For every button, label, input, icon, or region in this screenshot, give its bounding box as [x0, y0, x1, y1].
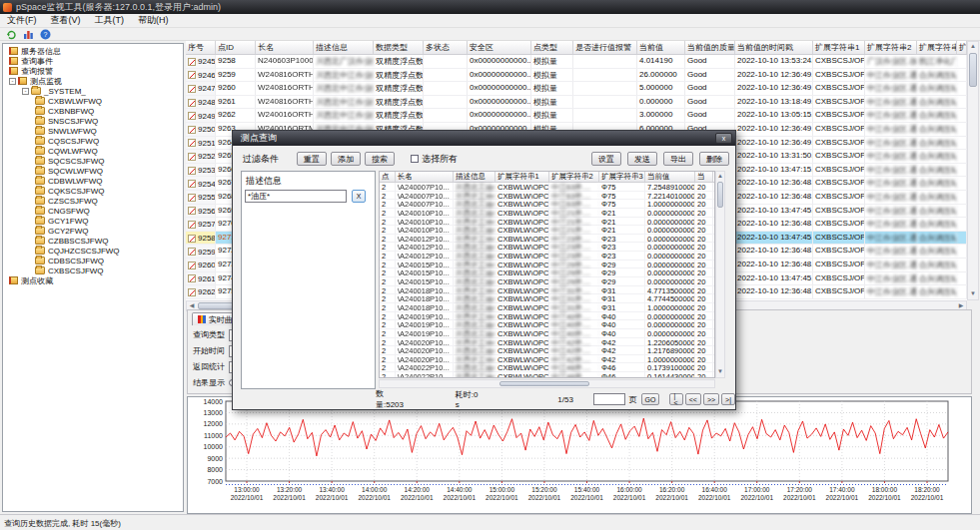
- tree-item-CQKSCSJFWQ[interactable]: CQKSCSJFWQ: [3, 186, 183, 196]
- dialog-row[interactable]: 2\A240020P10...川西北工油作...CXBWLW\OPC中江42井.…: [380, 355, 714, 364]
- dialog-row[interactable]: 2\A240020P10...川西北工油作...CXBWLW\OPC中江42井.…: [380, 338, 714, 347]
- clear-filter-button[interactable]: X: [352, 190, 366, 203]
- go-button[interactable]: GO: [641, 393, 660, 405]
- dialog-row[interactable]: 2\A240007P10...川西北工油作...CXBWLW\OPC中江63井.…: [380, 183, 714, 192]
- dialog-row[interactable]: 2\A240015P10...川西北工油作...CXBWLW\OPC中江29井.…: [380, 277, 714, 286]
- col-header-安全区[interactable]: 安全区: [468, 41, 531, 54]
- tree-item-GCY1FWQ[interactable]: GCY1FWQ: [3, 216, 183, 226]
- tree-item-测点收藏[interactable]: 测点收藏: [3, 275, 183, 285]
- dialog-col-当[interactable]: 当: [695, 172, 713, 182]
- dialog-col-扩展字符串2[interactable]: 扩展字符串2: [549, 172, 599, 182]
- 发送-button[interactable]: 发送: [627, 152, 657, 166]
- dialog-row[interactable]: 2\A240007P10...川西北工油作...CXBWLW\OPC中江63井.…: [380, 192, 714, 201]
- dialog-row[interactable]: 2\A240022P10...川西北工油作...CXBWLW\OPC中江46井.…: [380, 363, 714, 372]
- last-page-button[interactable]: >|: [721, 393, 735, 405]
- dialog-row[interactable]: 2\A240019P10...川西北工油作...CXBWLW\OPC中江40井.…: [380, 320, 714, 329]
- tree-item-查询报警[interactable]: 查询报警: [3, 66, 183, 76]
- dialog-scroll-up[interactable]: ▲: [715, 172, 725, 182]
- dialog-row[interactable]: 2\A240018P10...川西北工油作...CXBWLW\OPC中江31井.…: [380, 286, 714, 295]
- scroll-up-arrow[interactable]: ▲: [968, 42, 978, 52]
- select-all-checkbox[interactable]: [411, 155, 419, 163]
- dialog-col-扩展字符串1[interactable]: 扩展字符串1: [495, 172, 549, 182]
- close-icon[interactable]: x: [715, 133, 732, 144]
- tree-item-查询事件[interactable]: 查询事件: [3, 56, 183, 66]
- menu-查看(V)[interactable]: 查看(V): [44, 13, 88, 28]
- dialog-row[interactable]: 2\A240015P10...川西北工油作...CXBWLW\OPC中江29井.…: [380, 268, 714, 277]
- scroll-down-arrow[interactable]: ▼: [968, 289, 978, 299]
- tree-item-GCY2FWQ[interactable]: GCY2FWQ: [3, 226, 183, 236]
- table-row[interactable]: 92489261W240816ORTHO...川西北中江作业区调压站...双精度…: [186, 96, 967, 110]
- 搜索-button[interactable]: 搜索: [365, 152, 395, 166]
- dialog-col-当前值[interactable]: 当前值: [645, 172, 695, 182]
- table-row[interactable]: 92459258N240603P10000...川西北广汉作业区凯江净...双精…: [186, 55, 967, 69]
- dialog-scroll-down[interactable]: ▼: [715, 367, 725, 377]
- tree-item-服务器信息[interactable]: 服务器信息: [3, 46, 183, 56]
- table-row[interactable]: 92469259W240816ORTHO...川西北中江作业区调压站...双精度…: [186, 69, 967, 83]
- col-header-扩展字符串2[interactable]: 扩展字符串2: [865, 41, 917, 54]
- dialog-hthumb[interactable]: [499, 381, 589, 386]
- prev-page-button[interactable]: <<: [685, 393, 701, 405]
- filter-input[interactable]: *油压*: [245, 190, 347, 203]
- help-icon[interactable]: ?: [40, 29, 51, 40]
- table-vscrollbar[interactable]: ▲ ▼: [967, 41, 979, 300]
- expand-toggle-icon[interactable]: -: [22, 88, 29, 95]
- dialog-row[interactable]: 2\A240010P10...川西北工油作...CXBWLW\OPC中江21井.…: [380, 218, 714, 227]
- tree-item-SNWLWFWQ[interactable]: SNWLWFWQ: [3, 126, 183, 136]
- col-header-序号[interactable]: 序号: [186, 41, 216, 54]
- 删除-button[interactable]: 删除: [699, 152, 729, 166]
- dialog-row[interactable]: 2\A240019P10...川西北工油作...CXBWLW\OPC中江40井.…: [380, 329, 714, 338]
- tree-item-测点监视[interactable]: -测点监视: [3, 76, 183, 86]
- col-header-是否进行值报警[interactable]: 是否进行值报警: [573, 41, 637, 54]
- col-header-数据类型[interactable]: 数据类型: [374, 41, 424, 54]
- dialog-row[interactable]: 2\A240012P10...川西北工油作...CXBWLW\OPC中江23井.…: [380, 252, 714, 261]
- menu-工具(T)[interactable]: 工具(T): [88, 13, 132, 28]
- chart-tool-icon[interactable]: [23, 29, 34, 40]
- 添加-button[interactable]: 添加: [331, 152, 361, 166]
- tree-item-CQJHZCSCSJFWQ[interactable]: CQJHZCSCSJFWQ: [3, 246, 183, 256]
- first-page-button[interactable]: |<: [669, 393, 682, 405]
- dialog-row[interactable]: 2\A240020P10...川西北工油作...CXBWLW\OPC中江42井.…: [380, 346, 714, 355]
- dialog-row[interactable]: 2\A240007P10...川西北工油作...CXBWLW\OPC中江63井.…: [380, 200, 714, 209]
- dialog-col-长名[interactable]: 长名: [396, 172, 454, 182]
- expand-toggle-icon[interactable]: -: [9, 78, 16, 85]
- dialog-row[interactable]: 2\A240022P10...川西北工油作...CXBWLW\OPC中江46井.…: [380, 372, 714, 378]
- col-header-扩展字符串1[interactable]: 扩展字符串1: [813, 41, 865, 54]
- dialog-row[interactable]: 2\A240015P10...川西北工油作...CXBWLW\OPC中江29井.…: [380, 261, 714, 269]
- col-header-点ID[interactable]: 点ID: [216, 41, 256, 54]
- vscroll-thumb[interactable]: [969, 53, 977, 87]
- col-header-当前值的时间戳[interactable]: 当前值的时间戳: [735, 41, 813, 54]
- dialog-row[interactable]: 2\A240010P10...川西北工油作...CXBWLW\OPC中江21井.…: [380, 226, 714, 235]
- dialog-row[interactable]: 2\A240019P10...川西北工油作...CXBWLW\OPC中江40井.…: [380, 312, 714, 321]
- tree-item-CZSCSJFWQ[interactable]: CZSCSJFWQ: [3, 196, 183, 206]
- tree-item-CQWLWFWQ[interactable]: CQWLWFWQ: [3, 146, 183, 156]
- tree-item-_SYSTEM_[interactable]: -_SYSTEM_: [3, 86, 183, 96]
- col-header-当前值[interactable]: 当前值: [637, 41, 685, 54]
- dialog-col-点[interactable]: 点: [380, 172, 396, 182]
- page-input[interactable]: [593, 393, 625, 405]
- dialog-row[interactable]: 2\A240018P10...川西北工油作...CXBWLW\OPC中江31井.…: [380, 294, 714, 303]
- dialog-vscrollbar[interactable]: ▲ ▼: [715, 171, 725, 378]
- 重置-button[interactable]: 重置: [297, 152, 327, 166]
- next-page-button[interactable]: >>: [703, 393, 719, 405]
- tree-item-SNSCSJFWQ[interactable]: SNSCSJFWQ: [3, 116, 183, 126]
- tree-item-CXBSCSJFWQ[interactable]: CXBSCSJFWQ: [3, 265, 183, 275]
- tree-item-SQCSCSJFWQ[interactable]: SQCSCSJFWQ: [3, 156, 183, 166]
- dialog-col-扩展字符串3[interactable]: 扩展字符串3: [599, 172, 645, 182]
- tree-item-SQCWLWFWQ[interactable]: SQCWLWFWQ: [3, 166, 183, 176]
- dialog-row[interactable]: 2\A240010P10...川西北工油作...CXBWLW\OPC中江21井.…: [380, 209, 714, 218]
- tree-item-CDBWLWFWQ[interactable]: CDBWLWFWQ: [3, 176, 183, 186]
- 设置-button[interactable]: 设置: [591, 152, 621, 166]
- col-header-多状态[interactable]: 多状态: [424, 41, 468, 54]
- col-header-长名[interactable]: 长名: [256, 41, 314, 54]
- 导出-button[interactable]: 导出: [663, 152, 693, 166]
- menu-帮助(H)[interactable]: 帮助(H): [131, 13, 176, 28]
- tree-item-CXBWLWFWQ[interactable]: CXBWLWFWQ: [3, 96, 183, 106]
- refresh-icon[interactable]: [6, 29, 17, 40]
- tree-item-CQSCSJFWQ[interactable]: CQSCSJFWQ: [3, 136, 183, 146]
- table-row[interactable]: 92499262W240016ORTHO...川西北中江作业区调压站...双精度…: [186, 109, 967, 123]
- tree-item-CDBSCSJFWQ[interactable]: CDBSCSJFWQ: [3, 256, 183, 265]
- dialog-title-bar[interactable]: 测点查询 x: [233, 131, 735, 146]
- col-header-当前值的质量戳[interactable]: 当前值的质量戳: [685, 41, 735, 54]
- dialog-row[interactable]: 2\A240018P10...川西北工油作...CXBWLW\OPC中江31井.…: [380, 303, 714, 312]
- col-header-扩[interactable]: 扩: [957, 41, 967, 54]
